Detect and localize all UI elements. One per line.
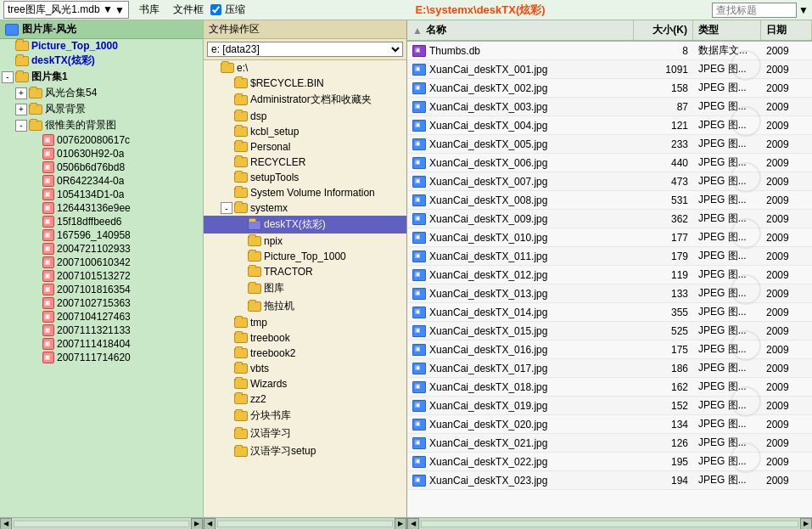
- middle-tree-item-pic_top_f[interactable]: Picture_Top_1000: [204, 249, 406, 264]
- file-row[interactable]: XuanCai_deskTX_003.jpg87JPEG 图...2009: [407, 98, 812, 116]
- left-tree-item-img11[interactable]: 2007101513272: [0, 269, 203, 283]
- left-tree-item-img6[interactable]: 126443136e9ee: [0, 201, 203, 215]
- middle-tree-item-tuku[interactable]: 图库: [204, 279, 406, 297]
- left-tree-item-img10[interactable]: 2007100610342: [0, 256, 203, 269]
- left-scroll-track[interactable]: [14, 521, 189, 527]
- col-header-type[interactable]: 类型: [693, 20, 761, 40]
- file-row[interactable]: XuanCai_deskTX_022.jpg195JPEG 图...2009: [407, 453, 812, 471]
- middle-tree-item-root_e[interactable]: e:\: [204, 60, 406, 76]
- file-row[interactable]: XuanCai_deskTX_021.jpg126JPEG 图...2009: [407, 434, 812, 453]
- middle-tree-item-treebook2[interactable]: treebook2: [204, 346, 406, 361]
- left-scroll-right[interactable]: ▶: [191, 518, 203, 530]
- tree-expander-guanghe54[interactable]: +: [15, 87, 27, 99]
- middle-tree-item-tulaji[interactable]: 拖拉机: [204, 297, 406, 315]
- tree-expander-fengbg[interactable]: +: [15, 104, 27, 115]
- left-tree-item-img2[interactable]: 010630H92-0a: [0, 147, 203, 160]
- middle-scroll-track[interactable]: [217, 521, 393, 527]
- middle-tree-item-zz2[interactable]: zz2: [204, 391, 406, 407]
- file-row[interactable]: XuanCai_deskTX_013.jpg133JPEG 图...2009: [407, 284, 812, 303]
- middle-tree-item-hanyusetup[interactable]: 汉语学习setup: [204, 442, 406, 460]
- file-row[interactable]: XuanCai_deskTX_002.jpg158JPEG 图...2009: [407, 79, 812, 98]
- menu-library[interactable]: 书库: [132, 1, 166, 19]
- file-row[interactable]: XuanCai_deskTX_017.jpg186JPEG 图...2009: [407, 359, 812, 378]
- search-input[interactable]: [712, 3, 797, 18]
- file-row[interactable]: XuanCai_deskTX_020.jpg134JPEG 图...2009: [407, 415, 812, 434]
- middle-tree-item-tractor[interactable]: TRACTOR: [204, 264, 406, 279]
- middle-tree-item-vbts[interactable]: vbts: [204, 361, 406, 376]
- left-tree-item-img12[interactable]: 2007101816354: [0, 283, 203, 296]
- left-tree-item-img14[interactable]: 2007104127463: [0, 310, 203, 324]
- left-tree-item-fengbg[interactable]: +风景背景: [0, 101, 203, 117]
- search-dropdown-icon[interactable]: ▼: [798, 4, 809, 16]
- left-tree-item-img9[interactable]: 2004721102933: [0, 242, 203, 256]
- left-tree-item-img5[interactable]: 1054134D1-0a: [0, 188, 203, 201]
- file-row[interactable]: XuanCai_deskTX_009.jpg362JPEG 图...2009: [407, 210, 812, 228]
- left-tree-item-guanghe54[interactable]: +风光合集54: [0, 85, 203, 101]
- file-row[interactable]: XuanCai_deskTX_001.jpg1091JPEG 图...2009: [407, 60, 812, 79]
- middle-hscroll[interactable]: ◀ ▶: [204, 517, 406, 529]
- middle-tree-item-kcbl[interactable]: kcbl_setup: [204, 124, 406, 139]
- tree-expander-henmei[interactable]: -: [15, 120, 27, 132]
- middle-tree-item-tmp[interactable]: tmp: [204, 315, 406, 330]
- tree-dropdown[interactable]: tree图库_风光1.mdb ▼ ▼: [3, 1, 129, 19]
- middle-tree-item-treebook[interactable]: treebook: [204, 330, 406, 346]
- file-row[interactable]: XuanCai_deskTX_023.jpg194JPEG 图...2009: [407, 471, 812, 490]
- middle-tree-item-dsp[interactable]: dsp: [204, 109, 406, 124]
- middle-tree-item-recycler[interactable]: RECYCLER: [204, 155, 406, 170]
- file-row[interactable]: Thumbs.db8数据库文...2009: [407, 42, 812, 60]
- file-row[interactable]: XuanCai_deskTX_016.jpg175JPEG 图...2009: [407, 340, 812, 359]
- middle-tree-item-hanyu[interactable]: 汉语学习: [204, 425, 406, 442]
- compress-checkbox[interactable]: [210, 4, 221, 15]
- left-tree-item-img7[interactable]: 15f18dffbeed6: [0, 215, 203, 228]
- left-tree-item-img16[interactable]: 2007111418404: [0, 337, 203, 351]
- middle-tree-item-fenkuai[interactable]: 分块书库: [204, 407, 406, 425]
- middle-tree-item-systemx[interactable]: -systemx: [204, 200, 406, 216]
- middle-scroll-left[interactable]: ◀: [204, 518, 216, 530]
- file-row[interactable]: XuanCai_deskTX_007.jpg473JPEG 图...2009: [407, 172, 812, 191]
- middle-tree-item-setup[interactable]: setupTools: [204, 170, 406, 185]
- file-row[interactable]: XuanCai_deskTX_018.jpg162JPEG 图...2009: [407, 378, 812, 397]
- tree-expander-mid-systemx[interactable]: -: [221, 202, 232, 214]
- middle-tree-item-wizards[interactable]: Wizards: [204, 376, 406, 391]
- file-row[interactable]: XuanCai_deskTX_004.jpg121JPEG 图...2009: [407, 116, 812, 135]
- col-header-name[interactable]: ▲ 名称: [407, 20, 634, 40]
- compress-option[interactable]: 压缩: [210, 3, 245, 17]
- file-row[interactable]: XuanCai_deskTX_012.jpg119JPEG 图...2009: [407, 266, 812, 284]
- right-hscroll[interactable]: ◀ ▶: [407, 517, 812, 529]
- tree-expander-jitu1[interactable]: -: [2, 71, 14, 83]
- menu-filebox[interactable]: 文件框: [166, 1, 210, 19]
- middle-tree-item-admin[interactable]: Administrator文档和收藏夹: [204, 91, 406, 109]
- left-tree-item-img17[interactable]: 2007111714620: [0, 351, 203, 364]
- left-tree-item-pic_top[interactable]: Picture_Top_1000: [0, 39, 203, 53]
- left-scroll-left[interactable]: ◀: [0, 518, 12, 530]
- middle-tree-item-personal[interactable]: Personal: [204, 139, 406, 155]
- file-row[interactable]: XuanCai_deskTX_008.jpg531JPEG 图...2009: [407, 191, 812, 210]
- left-tree-item-desktx[interactable]: deskTX(炫彩): [0, 53, 203, 69]
- file-row[interactable]: XuanCai_deskTX_015.jpg525JPEG 图...2009: [407, 322, 812, 340]
- file-row[interactable]: XuanCai_deskTX_014.jpg355JPEG 图...2009: [407, 303, 812, 322]
- middle-scroll-right[interactable]: ▶: [395, 518, 406, 530]
- middle-tree-item-npix[interactable]: npix: [204, 234, 406, 249]
- file-row[interactable]: XuanCai_deskTX_011.jpg179JPEG 图...2009: [407, 247, 812, 266]
- right-scroll-track[interactable]: [421, 521, 798, 527]
- left-tree-item-img15[interactable]: 2007111321133: [0, 324, 203, 337]
- col-header-size[interactable]: 大小(K): [634, 20, 693, 40]
- file-row[interactable]: XuanCai_deskTX_019.jpg152JPEG 图...2009: [407, 397, 812, 415]
- file-row[interactable]: XuanCai_deskTX_006.jpg440JPEG 图...2009: [407, 154, 812, 172]
- middle-tree-item-recycle[interactable]: $RECYCLE.BIN: [204, 76, 406, 91]
- left-tree-item-img3[interactable]: 0506b6d76bd8: [0, 160, 203, 174]
- left-tree-item-henmei[interactable]: -很惟美的背景图: [0, 117, 203, 133]
- right-scroll-right[interactable]: ▶: [800, 518, 812, 530]
- left-hscroll[interactable]: ◀ ▶: [0, 517, 203, 529]
- left-tree-item-img13[interactable]: 2007102715363: [0, 296, 203, 310]
- drive-select[interactable]: e: [data23]: [207, 42, 403, 57]
- col-header-date[interactable]: 日期: [761, 20, 812, 40]
- right-scroll-left[interactable]: ◀: [407, 518, 419, 530]
- file-row[interactable]: XuanCai_deskTX_005.jpg233JPEG 图...2009: [407, 135, 812, 154]
- left-tree-item-img4[interactable]: 0R6422344-0a: [0, 174, 203, 188]
- left-tree-item-img1[interactable]: 007620080617c: [0, 133, 203, 147]
- left-tree-item-img8[interactable]: 167596_140958: [0, 228, 203, 242]
- left-tree-item-jitu1[interactable]: -图片集1: [0, 69, 203, 85]
- middle-tree-item-sysvolinfo[interactable]: System Volume Information: [204, 185, 406, 200]
- file-row[interactable]: XuanCai_deskTX_010.jpg177JPEG 图...2009: [407, 228, 812, 247]
